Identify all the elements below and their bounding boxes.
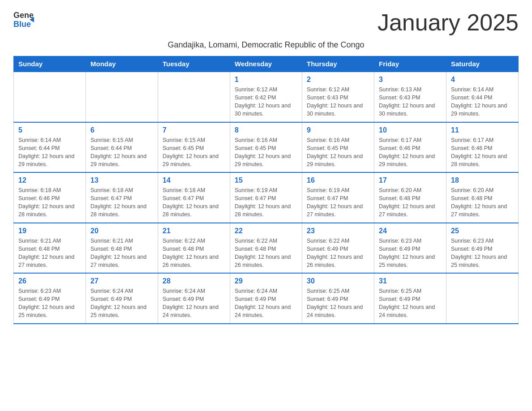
day-number: 30 <box>307 277 369 285</box>
column-header-sunday: Sunday <box>14 56 86 72</box>
day-number: 1 <box>235 76 297 84</box>
calendar-table: SundayMondayTuesdayWednesdayThursdayFrid… <box>13 56 519 324</box>
month-title: January 2025 <box>378 9 519 36</box>
day-number: 12 <box>18 176 81 184</box>
day-number: 3 <box>379 76 442 84</box>
calendar-cell: 24Sunrise: 6:23 AM Sunset: 6:49 PM Dayli… <box>374 223 446 274</box>
day-number: 28 <box>163 277 225 285</box>
day-number: 11 <box>451 126 514 134</box>
calendar-cell: 21Sunrise: 6:22 AM Sunset: 6:48 PM Dayli… <box>158 223 230 274</box>
day-number: 21 <box>163 227 225 235</box>
day-info: Sunrise: 6:12 AM Sunset: 6:43 PM Dayligh… <box>307 86 369 118</box>
column-header-friday: Friday <box>374 56 446 72</box>
logo: General Blue <box>13 9 35 30</box>
day-number: 19 <box>18 227 81 235</box>
calendar-cell: 22Sunrise: 6:22 AM Sunset: 6:48 PM Dayli… <box>230 223 302 274</box>
calendar-cell: 28Sunrise: 6:24 AM Sunset: 6:49 PM Dayli… <box>158 273 230 324</box>
day-number: 24 <box>379 227 442 235</box>
day-number: 25 <box>451 227 514 235</box>
day-info: Sunrise: 6:12 AM Sunset: 6:42 PM Dayligh… <box>235 86 297 118</box>
day-info: Sunrise: 6:22 AM Sunset: 6:48 PM Dayligh… <box>235 237 297 270</box>
day-info: Sunrise: 6:18 AM Sunset: 6:47 PM Dayligh… <box>90 186 153 219</box>
calendar-cell <box>86 72 158 122</box>
day-number: 20 <box>90 227 153 235</box>
calendar-cell: 18Sunrise: 6:20 AM Sunset: 6:48 PM Dayli… <box>446 172 519 223</box>
calendar-week-row: 5Sunrise: 6:14 AM Sunset: 6:44 PM Daylig… <box>14 122 519 173</box>
logo-icon: General Blue <box>13 9 34 30</box>
calendar-cell: 13Sunrise: 6:18 AM Sunset: 6:47 PM Dayli… <box>86 172 158 223</box>
day-number: 29 <box>235 277 297 285</box>
calendar-cell: 1Sunrise: 6:12 AM Sunset: 6:42 PM Daylig… <box>230 72 302 122</box>
day-number: 31 <box>379 277 442 285</box>
day-info: Sunrise: 6:16 AM Sunset: 6:45 PM Dayligh… <box>307 136 369 169</box>
calendar-week-row: 12Sunrise: 6:18 AM Sunset: 6:46 PM Dayli… <box>14 172 519 223</box>
calendar-cell: 14Sunrise: 6:18 AM Sunset: 6:47 PM Dayli… <box>158 172 230 223</box>
day-info: Sunrise: 6:21 AM Sunset: 6:48 PM Dayligh… <box>18 237 81 270</box>
day-info: Sunrise: 6:24 AM Sunset: 6:49 PM Dayligh… <box>235 287 297 320</box>
day-info: Sunrise: 6:14 AM Sunset: 6:44 PM Dayligh… <box>18 136 81 169</box>
day-info: Sunrise: 6:25 AM Sunset: 6:49 PM Dayligh… <box>307 287 369 320</box>
calendar-cell: 6Sunrise: 6:15 AM Sunset: 6:44 PM Daylig… <box>86 122 158 173</box>
calendar-cell: 16Sunrise: 6:19 AM Sunset: 6:47 PM Dayli… <box>302 172 374 223</box>
day-number: 8 <box>235 126 297 134</box>
day-info: Sunrise: 6:20 AM Sunset: 6:48 PM Dayligh… <box>451 186 514 219</box>
calendar-cell <box>158 72 230 122</box>
calendar-cell: 31Sunrise: 6:25 AM Sunset: 6:49 PM Dayli… <box>374 273 446 324</box>
calendar-cell: 26Sunrise: 6:23 AM Sunset: 6:49 PM Dayli… <box>14 273 86 324</box>
day-info: Sunrise: 6:21 AM Sunset: 6:48 PM Dayligh… <box>90 237 153 270</box>
day-number: 14 <box>163 176 225 184</box>
day-number: 26 <box>18 277 81 285</box>
day-info: Sunrise: 6:23 AM Sunset: 6:49 PM Dayligh… <box>451 237 514 270</box>
day-info: Sunrise: 6:15 AM Sunset: 6:44 PM Dayligh… <box>90 136 153 169</box>
svg-text:General: General <box>13 11 34 20</box>
calendar-week-row: 1Sunrise: 6:12 AM Sunset: 6:42 PM Daylig… <box>14 72 519 122</box>
calendar-cell: 17Sunrise: 6:20 AM Sunset: 6:48 PM Dayli… <box>374 172 446 223</box>
day-info: Sunrise: 6:17 AM Sunset: 6:46 PM Dayligh… <box>451 136 514 169</box>
calendar-cell: 12Sunrise: 6:18 AM Sunset: 6:46 PM Dayli… <box>14 172 86 223</box>
day-info: Sunrise: 6:22 AM Sunset: 6:48 PM Dayligh… <box>163 237 225 270</box>
calendar-cell: 9Sunrise: 6:16 AM Sunset: 6:45 PM Daylig… <box>302 122 374 173</box>
day-info: Sunrise: 6:13 AM Sunset: 6:43 PM Dayligh… <box>379 86 442 118</box>
day-number: 4 <box>451 76 514 84</box>
day-number: 5 <box>18 126 81 134</box>
calendar-cell: 15Sunrise: 6:19 AM Sunset: 6:47 PM Dayli… <box>230 172 302 223</box>
day-info: Sunrise: 6:16 AM Sunset: 6:45 PM Dayligh… <box>235 136 297 169</box>
day-number: 9 <box>307 126 369 134</box>
day-number: 6 <box>90 126 153 134</box>
calendar-cell: 11Sunrise: 6:17 AM Sunset: 6:46 PM Dayli… <box>446 122 519 173</box>
calendar-cell: 7Sunrise: 6:15 AM Sunset: 6:45 PM Daylig… <box>158 122 230 173</box>
day-info: Sunrise: 6:20 AM Sunset: 6:48 PM Dayligh… <box>379 186 442 219</box>
day-info: Sunrise: 6:15 AM Sunset: 6:45 PM Dayligh… <box>163 136 225 169</box>
day-info: Sunrise: 6:17 AM Sunset: 6:46 PM Dayligh… <box>379 136 442 169</box>
day-info: Sunrise: 6:14 AM Sunset: 6:44 PM Dayligh… <box>451 86 514 118</box>
day-info: Sunrise: 6:19 AM Sunset: 6:47 PM Dayligh… <box>235 186 297 219</box>
calendar-cell: 19Sunrise: 6:21 AM Sunset: 6:48 PM Dayli… <box>14 223 86 274</box>
calendar-cell: 2Sunrise: 6:12 AM Sunset: 6:43 PM Daylig… <box>302 72 374 122</box>
svg-text:Blue: Blue <box>13 20 31 29</box>
day-number: 15 <box>235 176 297 184</box>
column-header-saturday: Saturday <box>446 56 519 72</box>
day-info: Sunrise: 6:19 AM Sunset: 6:47 PM Dayligh… <box>307 186 369 219</box>
day-info: Sunrise: 6:23 AM Sunset: 6:49 PM Dayligh… <box>18 287 81 320</box>
calendar-cell: 29Sunrise: 6:24 AM Sunset: 6:49 PM Dayli… <box>230 273 302 324</box>
column-header-wednesday: Wednesday <box>230 56 302 72</box>
day-number: 7 <box>163 126 225 134</box>
calendar-cell <box>14 72 86 122</box>
day-number: 2 <box>307 76 369 84</box>
day-number: 23 <box>307 227 369 235</box>
calendar-cell: 10Sunrise: 6:17 AM Sunset: 6:46 PM Dayli… <box>374 122 446 173</box>
day-number: 13 <box>90 176 153 184</box>
day-info: Sunrise: 6:18 AM Sunset: 6:47 PM Dayligh… <box>163 186 225 219</box>
day-info: Sunrise: 6:24 AM Sunset: 6:49 PM Dayligh… <box>163 287 225 320</box>
day-number: 16 <box>307 176 369 184</box>
day-info: Sunrise: 6:25 AM Sunset: 6:49 PM Dayligh… <box>379 287 442 320</box>
calendar-week-row: 26Sunrise: 6:23 AM Sunset: 6:49 PM Dayli… <box>14 273 519 324</box>
calendar-cell: 20Sunrise: 6:21 AM Sunset: 6:48 PM Dayli… <box>86 223 158 274</box>
day-number: 10 <box>379 126 442 134</box>
column-header-monday: Monday <box>86 56 158 72</box>
day-info: Sunrise: 6:18 AM Sunset: 6:46 PM Dayligh… <box>18 186 81 219</box>
calendar-cell: 25Sunrise: 6:23 AM Sunset: 6:49 PM Dayli… <box>446 223 519 274</box>
calendar-cell: 23Sunrise: 6:22 AM Sunset: 6:49 PM Dayli… <box>302 223 374 274</box>
calendar-header-row: SundayMondayTuesdayWednesdayThursdayFrid… <box>14 56 519 72</box>
day-info: Sunrise: 6:22 AM Sunset: 6:49 PM Dayligh… <box>307 237 369 270</box>
